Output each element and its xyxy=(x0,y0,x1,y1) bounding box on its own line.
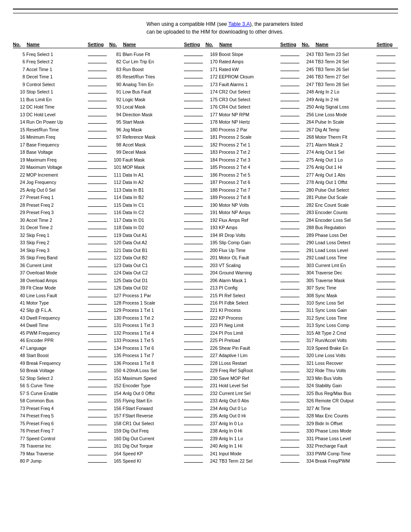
row-setting xyxy=(88,329,107,335)
table-row: 20Maximum Voltage xyxy=(13,163,107,170)
table-row: 331Phase Loss Level xyxy=(302,434,396,442)
row-number: 46 xyxy=(13,337,25,343)
table-row: 132Process 1 Txt 4 xyxy=(109,329,203,336)
row-name: Process 2 Txt 6 xyxy=(219,179,279,185)
table-row: 76Preset Freq 7 xyxy=(13,426,107,434)
table-row: 29Preset Freq 3 xyxy=(13,208,107,215)
table-row: 1504-20mA Loss Sel xyxy=(109,366,203,373)
row-number: 33 xyxy=(13,240,25,246)
row-name: Stability Gain xyxy=(315,383,376,389)
table-row: 228LLoss Restart xyxy=(206,359,299,366)
row-number: 101 xyxy=(109,164,121,170)
row-name: Process 1 Txt 8 xyxy=(123,360,183,366)
row-setting xyxy=(184,186,203,192)
row-number: 185 xyxy=(206,164,218,170)
table-row: 281Pulse Out Scale xyxy=(302,193,396,200)
row-setting xyxy=(184,396,203,402)
row-name: CR3 Out Select xyxy=(219,96,279,103)
table-row: 291Load Loss Level xyxy=(302,246,396,253)
table-row: 247TB3 Term 28 Sel xyxy=(302,80,396,87)
table-row: 45PWM Frequency xyxy=(13,329,107,336)
row-name: Anlg In 0 Lo xyxy=(219,420,279,426)
table-row: 32Skip Freq 1 xyxy=(13,231,107,238)
row-number: 10 xyxy=(13,89,25,95)
row-setting xyxy=(88,426,107,432)
row-number: 173 xyxy=(206,81,218,87)
row-name: KP Process xyxy=(219,315,279,321)
row-setting xyxy=(280,419,299,425)
table-row: 133Process 1 Txt 5 xyxy=(109,336,203,343)
col4-no-header: No. xyxy=(302,42,314,47)
table-row: 280Pulse Out Select xyxy=(302,186,396,193)
row-setting xyxy=(377,283,395,289)
row-name: Alarm Mask 2 xyxy=(315,142,376,148)
row-name: Data In B2 xyxy=(123,194,183,200)
row-number: 256 xyxy=(302,112,314,118)
row-setting xyxy=(88,449,107,455)
row-name: Reference Mask xyxy=(123,134,183,140)
table-row: 189Process 2 Txt 8 xyxy=(206,193,299,200)
table-row: 248Anlg In 2 Lo xyxy=(302,87,396,95)
row-number: 186 xyxy=(206,172,218,178)
table-row: 223PI Neg Limit xyxy=(206,321,299,328)
table-row: 80P Jump xyxy=(13,457,107,464)
row-name: Maximum Voltage xyxy=(26,164,87,170)
table-row: 98Accel Mask xyxy=(109,140,203,148)
row-number: 39 xyxy=(13,285,25,291)
row-setting xyxy=(184,223,203,229)
table-row: 203VT Scaling xyxy=(206,261,299,268)
row-number: 35 xyxy=(13,255,25,261)
table-row: 246TB3 Term 27 Sel xyxy=(302,72,396,80)
row-number: 41 xyxy=(13,300,25,306)
row-number: 292 xyxy=(302,255,314,261)
table-row: 250Anlg Signal Loss xyxy=(302,103,396,110)
row-setting xyxy=(377,223,395,229)
row-name: Enc Count Scale xyxy=(315,202,376,208)
row-number: 99 xyxy=(109,149,121,155)
row-setting xyxy=(88,148,107,154)
table-row: 97Reference Mask xyxy=(109,133,203,140)
table-row: 113Data In B1 xyxy=(109,186,203,193)
table-row: 241Input Mode xyxy=(206,449,299,457)
row-name: Preset Freq 3 xyxy=(26,209,87,215)
row-number: 115 xyxy=(109,202,121,208)
row-setting xyxy=(280,299,299,305)
table-row: 35Skip Freq Band xyxy=(13,253,107,261)
row-name: CR2 Out Select xyxy=(219,89,279,95)
row-name: Rated kW xyxy=(219,66,279,72)
table-row: 40Line Loss Fault xyxy=(13,291,107,299)
row-name: Speed Brake En xyxy=(315,345,376,351)
row-setting xyxy=(88,246,107,252)
row-name: Data Out D2 xyxy=(123,285,183,291)
row-setting xyxy=(280,118,299,124)
row-name: Dig At Temp xyxy=(315,127,376,133)
row-number: 40 xyxy=(13,292,25,299)
row-name: Preset Freq 4 xyxy=(26,405,87,411)
row-name: Data In C1 xyxy=(123,202,183,208)
table-link[interactable]: Table 3.A xyxy=(228,21,250,27)
row-setting xyxy=(280,442,299,448)
row-name: Fault Alarms 1 xyxy=(219,81,279,87)
row-setting xyxy=(280,163,299,169)
row-setting xyxy=(377,299,395,305)
row-setting xyxy=(280,193,299,199)
row-setting xyxy=(88,110,107,116)
row-setting xyxy=(280,80,299,86)
table-row: 221KI Process xyxy=(206,306,299,313)
row-name: Max Enc Counts xyxy=(315,413,376,419)
row-setting xyxy=(377,344,395,350)
row-number: 231 xyxy=(206,383,218,389)
row-number: 47 xyxy=(13,345,25,351)
row-setting xyxy=(377,434,395,440)
row-setting xyxy=(184,253,203,259)
row-name: Jog Frequency xyxy=(26,179,87,185)
row-name: Motor NP RPM xyxy=(219,112,279,118)
table-row: 183Process 2 Txt 2 xyxy=(206,148,299,155)
row-setting xyxy=(377,193,395,199)
row-name: Cur Lim Trip En xyxy=(123,59,183,65)
row-number: 326 xyxy=(302,398,314,404)
row-setting xyxy=(88,268,107,274)
table-row: 216PI Fdbk Select xyxy=(206,299,299,306)
col3-no-header: No. xyxy=(206,42,218,47)
row-name: Break Freq/PWM xyxy=(315,458,376,464)
